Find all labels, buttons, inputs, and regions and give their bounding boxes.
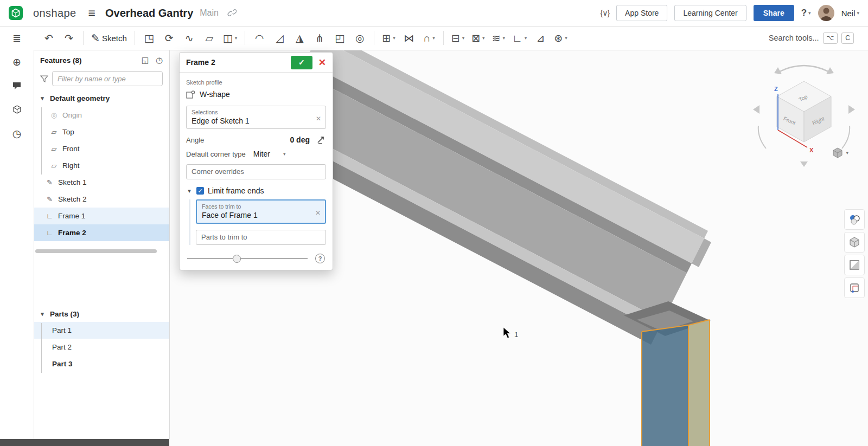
user-avatar[interactable] xyxy=(818,5,834,21)
part-item-part-1[interactable]: Part 1 xyxy=(34,322,169,339)
mate-connector-button[interactable]: ⊕ xyxy=(9,56,24,67)
draft-button[interactable]: ◮ xyxy=(291,29,308,47)
insert-feature-button[interactable]: ◱ xyxy=(142,55,149,65)
rotate-arc-icon[interactable] xyxy=(842,126,850,148)
rib-icon: ⋔ xyxy=(315,33,324,43)
custom-features-button[interactable]: ⊛▾ xyxy=(552,29,569,47)
left-icon-strip: ≣ ⊕ ◷ xyxy=(0,26,34,439)
linear-pattern-button[interactable]: ⊞▾ xyxy=(380,29,397,47)
feature-item-front[interactable]: ▱Front xyxy=(34,140,169,157)
feature-label: Top xyxy=(62,128,74,136)
profile-icon xyxy=(186,91,195,99)
flip-angle-icon[interactable] xyxy=(316,135,326,144)
pan-right-arrow-icon[interactable] xyxy=(848,105,855,114)
part-item-part-2[interactable]: Part 2 xyxy=(34,339,169,355)
feature-item-sketch-2[interactable]: ✎Sketch 2 xyxy=(34,191,169,208)
faces-to-trim-box[interactable]: Faces to trim to Face of Frame 1 ✕ xyxy=(196,199,326,224)
shell-button[interactable]: ◰ xyxy=(331,29,348,47)
mirror-button[interactable]: ⋈ xyxy=(400,29,418,47)
parts-to-trim-field[interactable]: Parts to trim to xyxy=(196,230,326,245)
feature-item-top[interactable]: ▱Top xyxy=(34,124,169,140)
featurescript-icon[interactable]: {∨} xyxy=(601,9,610,17)
learning-center-button[interactable]: Learning Center xyxy=(674,5,746,21)
limit-frame-ends-checkbox[interactable]: ✓ xyxy=(196,187,204,195)
hamburger-menu-icon[interactable]: ≡ xyxy=(88,7,95,20)
view-orientation-menu-button[interactable]: ▾ xyxy=(828,146,852,159)
boolean-button[interactable]: ∩▾ xyxy=(420,29,438,47)
rotate-arc-icon[interactable] xyxy=(780,66,828,72)
feature-item-right[interactable]: ▱Right xyxy=(34,157,169,174)
transform-button[interactable]: ⊠▾ xyxy=(469,29,487,47)
share-button[interactable]: Share xyxy=(754,5,794,21)
remove-selection-icon[interactable]: ✕ xyxy=(316,115,321,122)
part-label: Part 2 xyxy=(52,343,72,351)
chevron-down-icon[interactable]: ▾ xyxy=(39,95,46,102)
rollback-history-button[interactable]: ◷ xyxy=(156,55,163,65)
split-button[interactable]: ⊟▾ xyxy=(449,29,467,47)
undo-button[interactable]: ↶ xyxy=(40,29,58,47)
bottom-tab-bar[interactable] xyxy=(0,439,169,446)
angle-value[interactable]: 0 deg xyxy=(290,135,316,144)
slider-track xyxy=(187,258,308,259)
pan-down-arrow-icon[interactable] xyxy=(800,161,808,167)
slider-knob[interactable] xyxy=(233,255,241,263)
offset-surface-button[interactable]: ≋▾ xyxy=(490,29,507,47)
part-studio-button[interactable] xyxy=(9,104,25,115)
accept-button[interactable]: ✓ xyxy=(291,56,312,69)
cancel-button[interactable]: ✕ xyxy=(317,57,327,68)
chevron-down-icon[interactable]: ▾ xyxy=(186,188,193,195)
corner-type-dropdown[interactable]: Miter ▾ xyxy=(253,150,286,158)
redo-button[interactable]: ↷ xyxy=(60,29,78,47)
thicken-button[interactable]: ◫▾ xyxy=(221,29,239,47)
revolve-icon: ⟳ xyxy=(165,33,174,43)
feature-item-origin[interactable]: ◎Origin xyxy=(34,107,169,124)
tree-guide-line xyxy=(41,323,42,373)
extrude-button[interactable]: ◳ xyxy=(141,29,158,47)
onshape-logo-icon[interactable] xyxy=(9,6,23,20)
render-mode-button[interactable] xyxy=(844,232,865,253)
corner-overrides-field[interactable]: Corner overrides xyxy=(186,164,326,179)
feature-item-default-geometry[interactable]: ▾Default geometry xyxy=(34,90,169,107)
remove-face-icon[interactable]: ✕ xyxy=(315,209,321,217)
sketch-button[interactable]: ✎Sketch xyxy=(89,29,129,47)
option-key-badge: ⌥ xyxy=(823,33,838,44)
rollback-slider[interactable] xyxy=(187,255,308,262)
app-store-button[interactable]: App Store xyxy=(616,5,667,21)
display-states-button[interactable] xyxy=(844,209,865,230)
part-item-part-3[interactable]: Part 3 xyxy=(34,355,169,372)
help-icon[interactable]: ? xyxy=(315,254,325,263)
comments-button[interactable] xyxy=(9,80,25,91)
frame-button[interactable]: ∟▾ xyxy=(510,29,529,47)
fillet-button[interactable]: ◠ xyxy=(251,29,268,47)
sheet-metal-button[interactable]: ⊿ xyxy=(532,29,549,47)
named-views-button[interactable] xyxy=(844,277,865,298)
sweep-button[interactable]: ∿ xyxy=(181,29,198,47)
chevron-down-icon[interactable]: ▾ xyxy=(39,311,46,318)
revolve-button[interactable]: ⟳ xyxy=(161,29,178,47)
hole-button[interactable]: ◎ xyxy=(351,29,368,47)
column-side-face[interactable] xyxy=(688,320,710,446)
feature-item-frame-2[interactable]: ∟Frame 2 xyxy=(34,224,169,241)
loft-button[interactable]: ▱ xyxy=(201,29,218,47)
history-button[interactable]: ◷ xyxy=(9,128,25,139)
dialog-header[interactable]: Frame 2 ✓ ✕ xyxy=(180,53,333,73)
feature-list-button[interactable]: ≣ xyxy=(9,33,24,43)
pan-left-arrow-icon[interactable] xyxy=(753,105,760,114)
share-link-icon[interactable] xyxy=(227,9,237,18)
horizontal-scrollbar[interactable] xyxy=(35,249,157,253)
faces-trim-label: Faces to trim to xyxy=(202,203,313,210)
help-menu-button[interactable]: ? ▾ xyxy=(801,8,811,18)
selections-box[interactable]: Selections Edge of Sketch 1 ✕ xyxy=(186,106,326,129)
rib-button[interactable]: ⋔ xyxy=(311,29,328,47)
feature-item-sketch-1[interactable]: ✎Sketch 1 xyxy=(34,174,169,191)
section-view-button[interactable] xyxy=(844,255,865,275)
filter-input[interactable] xyxy=(52,71,163,86)
feature-item-frame-1[interactable]: ∟Frame 1 xyxy=(34,208,169,224)
chamfer-button[interactable]: ◿ xyxy=(271,29,288,47)
profile-row[interactable]: W-shape xyxy=(186,87,326,101)
user-menu-button[interactable]: Neil ▾ xyxy=(841,9,859,18)
workspace-name[interactable]: Main xyxy=(200,8,219,18)
rotate-arc-icon[interactable] xyxy=(758,126,766,148)
search-tools-input[interactable]: Search tools... ⌥ C xyxy=(769,33,861,44)
column-front-face[interactable] xyxy=(642,325,688,446)
